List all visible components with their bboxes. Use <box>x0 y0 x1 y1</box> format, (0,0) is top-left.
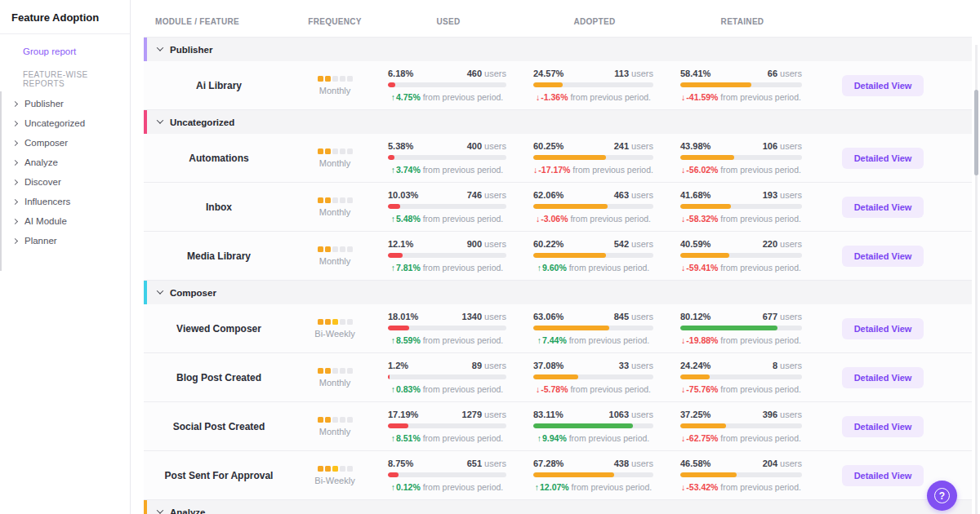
progress-bar <box>388 374 506 379</box>
progress-bar-fill <box>533 326 609 330</box>
metric-change: ↑5.48% from previous period. <box>388 214 506 224</box>
sidebar-link-group-report[interactable]: Group report <box>0 34 130 56</box>
progress-bar-fill <box>533 423 633 428</box>
change-delta: ↓-62.75% <box>681 433 718 443</box>
table-section-header[interactable]: Composer <box>144 281 972 304</box>
progress-bar-fill <box>680 326 777 330</box>
help-button[interactable]: ? <box>927 481 957 511</box>
change-arrow-icon: ↑ <box>535 482 539 492</box>
actions-cell: Detailed View <box>817 75 972 96</box>
detailed-view-button[interactable]: Detailed View <box>842 75 924 96</box>
metric-percentage: 46.58% <box>680 459 710 468</box>
metric-top-line: 17.19% 1279 users <box>388 410 506 419</box>
table-row: Ai Library Monthly 6.18% 460 users ↑4.75… <box>144 61 972 110</box>
metric-change: ↑0.83% from previous period. <box>388 384 506 394</box>
sidebar-item[interactable]: Publisher <box>0 94 130 113</box>
metric-top-line: 60.25% 241 users <box>533 141 653 151</box>
progress-bar <box>680 82 802 87</box>
table-section-header[interactable]: Publisher <box>144 38 972 61</box>
chevron-right-icon <box>12 140 18 145</box>
detailed-view-button[interactable]: Detailed View <box>842 148 924 169</box>
metric-top-line: 6.18% 460 users <box>388 69 506 78</box>
frequency-square <box>340 76 345 82</box>
metric-users: 677 users <box>763 312 802 321</box>
metric-top-line: 24.24% 8 users <box>680 361 802 370</box>
page-title: Feature Adoption <box>0 10 130 33</box>
actions-cell: Detailed View <box>817 246 972 267</box>
detailed-view-button[interactable]: Detailed View <box>842 197 924 218</box>
detailed-view-button[interactable]: Detailed View <box>842 318 924 339</box>
sidebar-item[interactable]: Planner <box>0 231 130 250</box>
progress-bar-fill <box>388 155 394 160</box>
table-section-header[interactable]: Uncategorized <box>144 110 972 134</box>
change-delta: ↓-41.59% <box>681 92 718 102</box>
detailed-view-button[interactable]: Detailed View <box>842 416 924 437</box>
feature-name: Viewed Composer <box>144 323 294 335</box>
progress-bar-fill <box>680 253 729 258</box>
frequency-level-indicator <box>294 76 376 82</box>
table-section-header[interactable]: Analyze <box>144 500 972 514</box>
frequency-square <box>318 319 323 325</box>
progress-bar <box>533 253 653 258</box>
metric-top-line: 60.22% 542 users <box>533 239 653 249</box>
sidebar-item[interactable]: Composer <box>0 133 130 153</box>
sidebar-item[interactable]: Discover <box>0 172 130 192</box>
progress-bar-fill <box>388 374 390 379</box>
metric-top-line: 10.03% 746 users <box>388 190 506 200</box>
chevron-down-icon <box>157 117 163 123</box>
change-delta: ↑12.07% <box>535 482 569 492</box>
change-delta: ↓-59.41% <box>681 263 718 273</box>
change-arrow-icon: ↑ <box>537 335 541 345</box>
actions-cell: Detailed View <box>817 197 972 218</box>
metric-users: 220 users <box>763 239 802 249</box>
sidebar-item[interactable]: Uncategorized <box>0 113 130 133</box>
used-metric-cell: 1.2% 89 users ↑0.83% from previous perio… <box>376 361 521 394</box>
change-delta: ↓-17.17% <box>533 165 570 175</box>
adopted-metric-cell: 24.57% 113 users ↓-1.36% from previous p… <box>521 69 668 102</box>
sidebar-item-label: Planner <box>24 236 57 246</box>
change-delta: ↑5.48% <box>391 214 421 224</box>
progress-bar-fill <box>533 82 563 87</box>
sidebar-section-heading: FEATURE-WISE REPORTS <box>0 56 130 94</box>
feature-name: Media Library <box>144 250 294 262</box>
vertical-scrollbar-thumb[interactable] <box>974 90 978 175</box>
change-arrow-icon: ↑ <box>537 263 541 273</box>
used-metric-cell: 10.03% 746 users ↑5.48% from previous pe… <box>376 190 521 224</box>
detailed-view-button[interactable]: Detailed View <box>842 465 924 486</box>
column-header-module-feature: MODULE / FEATURE <box>144 17 294 26</box>
detailed-view-button[interactable]: Detailed View <box>842 246 924 267</box>
frequency-square <box>318 197 323 203</box>
change-arrow-icon: ↑ <box>391 433 395 443</box>
progress-bar-fill <box>388 204 400 209</box>
frequency-square <box>318 76 323 82</box>
sidebar-item[interactable]: AI Module <box>0 211 130 231</box>
metric-percentage: 83.11% <box>533 410 564 419</box>
sidebar-item[interactable]: Influencers <box>0 192 130 211</box>
progress-bar-fill <box>680 82 751 87</box>
metric-users: 1063 users <box>609 410 653 419</box>
frequency-square <box>325 148 331 154</box>
sidebar-item[interactable]: Analyze <box>0 153 130 172</box>
progress-bar-fill <box>680 374 710 379</box>
progress-bar-fill <box>533 155 606 160</box>
frequency-square <box>318 368 323 374</box>
adopted-metric-cell: 60.22% 542 users ↑9.60% from previous pe… <box>521 239 668 273</box>
frequency-square <box>318 246 323 252</box>
detailed-view-button[interactable]: Detailed View <box>842 367 924 388</box>
change-delta: ↑0.12% <box>391 482 421 492</box>
metric-change: ↑12.07% from previous period. <box>533 482 653 492</box>
retained-metric-cell: 41.68% 193 users ↓-58.32% from previous … <box>668 190 817 224</box>
metric-percentage: 24.57% <box>533 69 564 78</box>
metric-percentage: 37.25% <box>680 410 710 419</box>
frequency-cell: Bi-Weekly <box>294 319 376 339</box>
progress-bar-fill <box>680 472 737 477</box>
metric-percentage: 80.12% <box>680 312 710 321</box>
metric-change: ↓-58.32% from previous period. <box>680 214 802 224</box>
frequency-square <box>347 466 353 472</box>
change-arrow-icon: ↑ <box>391 214 395 224</box>
feature-name: Inbox <box>144 202 294 213</box>
change-delta: ↑8.51% <box>391 433 421 443</box>
progress-bar <box>388 82 506 87</box>
sidebar: Feature Adoption Group report FEATURE-WI… <box>0 0 131 514</box>
progress-bar <box>388 253 506 258</box>
